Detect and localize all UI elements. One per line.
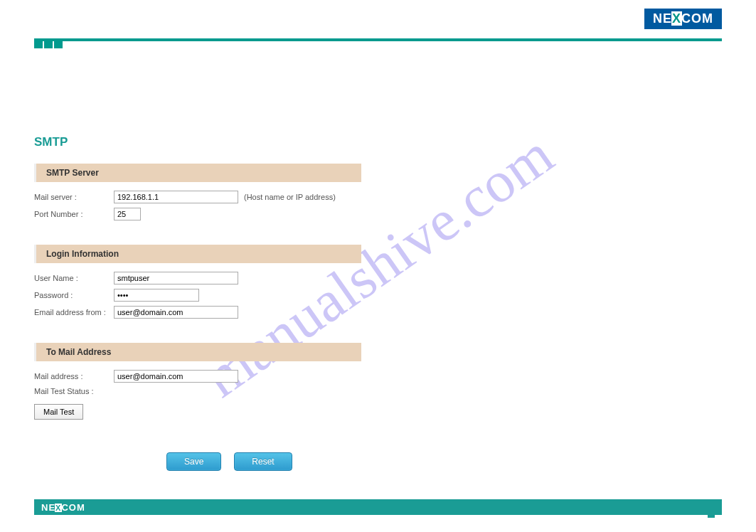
port-label: Port Number :	[34, 210, 114, 218]
password-label: Password :	[34, 291, 114, 299]
port-input[interactable]	[114, 208, 141, 220]
main-content: SMTP SMTP Server Mail server : (Host nam…	[34, 135, 461, 471]
brand-logo-top: NEXCOM	[644, 9, 722, 29]
row-to: Mail address :	[34, 370, 461, 383]
from-label: Email address from :	[34, 308, 114, 316]
to-input[interactable]	[114, 370, 238, 383]
mail-server-input[interactable]	[114, 191, 238, 203]
mail-server-hint: (Host name or IP address)	[244, 193, 336, 201]
username-input[interactable]	[114, 272, 238, 284]
section-smtp-server-header: SMTP Server	[34, 164, 361, 182]
row-username: User Name :	[34, 272, 461, 284]
page-title: SMTP	[34, 135, 461, 149]
from-input[interactable]	[114, 306, 238, 319]
mail-test-button[interactable]: Mail Test	[34, 404, 83, 420]
reset-button[interactable]: Reset	[234, 452, 292, 471]
row-test-status: Mail Test Status :	[34, 387, 461, 395]
row-from: Email address from :	[34, 306, 461, 319]
header-rule	[34, 38, 722, 41]
mail-server-label: Mail server :	[34, 193, 114, 201]
section-to-header: To Mail Address	[34, 343, 361, 361]
row-password: Password :	[34, 289, 461, 302]
test-status-label: Mail Test Status :	[34, 387, 94, 395]
to-label: Mail address :	[34, 372, 114, 381]
row-mail-server: Mail server : (Host name or IP address)	[34, 191, 461, 203]
row-port: Port Number :	[34, 208, 461, 220]
password-input[interactable]	[114, 289, 199, 302]
section-login-header: Login Information	[34, 245, 361, 263]
header-accent-squares	[34, 41, 64, 48]
action-row: Save Reset	[34, 452, 461, 471]
username-label: User Name :	[34, 274, 114, 282]
footer-bar: NEXCOM	[34, 499, 722, 515]
brand-logo-bottom: NEXCOM	[41, 502, 85, 513]
save-button[interactable]: Save	[166, 452, 221, 471]
